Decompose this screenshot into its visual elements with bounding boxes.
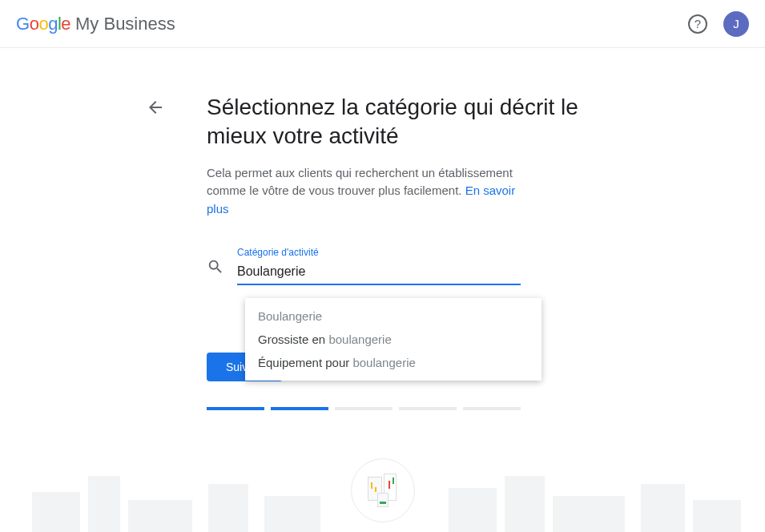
field-label: Catégorie d'activité [237, 247, 521, 258]
progress-step [271, 407, 328, 410]
progress-step [463, 407, 521, 410]
category-field: Catégorie d'activité [237, 247, 521, 285]
dd-match: Boulangerie [258, 309, 322, 323]
progress-bar [207, 407, 521, 410]
dropdown-item[interactable]: Boulangerie [245, 304, 542, 328]
main-content: Sélectionnez la catégorie qui décrit le … [176, 93, 593, 410]
search-icon [207, 258, 224, 285]
header-left: Google My Business [16, 14, 175, 34]
progress-step [335, 407, 393, 410]
header-right: ? J [688, 11, 749, 37]
autocomplete-dropdown: Boulangerie Grossiste en boulangerie Équ… [245, 298, 542, 381]
google-logo: Google [16, 14, 70, 34]
progress-step [207, 407, 264, 410]
dd-prefix: Grossiste en [258, 332, 328, 346]
header: Google My Business ? J [0, 0, 765, 48]
footer-illustration [0, 444, 765, 532]
product-name: My Business [75, 14, 175, 34]
arrow-left-icon [146, 98, 165, 117]
dropdown-item[interactable]: Grossiste en boulangerie [245, 328, 542, 351]
avatar[interactable]: J [723, 11, 749, 37]
page-title: Sélectionnez la catégorie qui décrit le … [176, 93, 593, 151]
progress-step [399, 407, 457, 410]
back-button[interactable] [146, 98, 165, 117]
dd-match: boulangerie [352, 356, 415, 369]
category-input-wrap: Catégorie d'activité Boulangerie Grossis… [207, 247, 521, 285]
help-glyph: ? [695, 17, 701, 30]
category-input[interactable] [237, 260, 521, 285]
avatar-initial: J [733, 17, 739, 30]
dd-prefix: Équipement pour [258, 356, 352, 369]
shopping-bags-badge [351, 458, 415, 522]
dropdown-item[interactable]: Équipement pour boulangerie [245, 351, 542, 374]
help-icon[interactable]: ? [688, 14, 707, 34]
page-description: Cela permet aux clients qui recherchent … [207, 164, 521, 219]
dd-match: boulangerie [328, 332, 391, 346]
